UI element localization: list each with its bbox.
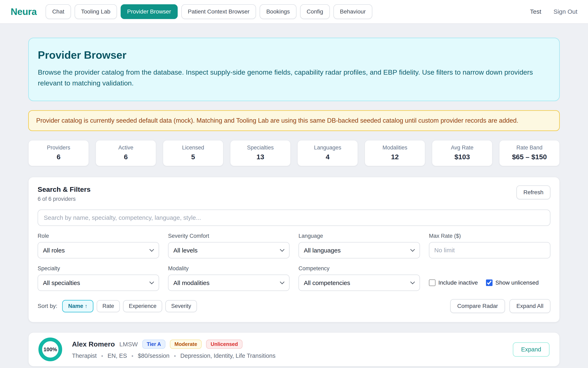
sort-rate-button[interactable]: Rate xyxy=(97,300,120,312)
severity-comfort-label: Severity Comfort xyxy=(168,233,290,239)
tier-badge: Tier A xyxy=(142,340,165,349)
filter-row-1: Role All roles Severity Comfort All leve… xyxy=(38,233,550,258)
stat-value: 5 xyxy=(165,153,220,161)
filter-modality: Modality All modalities xyxy=(168,265,290,291)
role-label: Role xyxy=(38,233,159,239)
provider-role: Therapist xyxy=(72,352,97,359)
stat-label: Providers xyxy=(31,145,86,151)
stat-label: Rate Band xyxy=(502,145,557,151)
provider-languages: EN, ES xyxy=(97,352,127,359)
sort-severity-button[interactable]: Severity xyxy=(165,300,197,312)
provider-info: Alex Romero LMSW Tier A Moderate Unlicen… xyxy=(72,340,276,359)
filter-specialty: Specialty All specialties xyxy=(38,265,159,291)
stat-licensed: Licensed 5 xyxy=(163,140,223,166)
provider-rate: $80/session xyxy=(127,352,169,359)
stat-label: Languages xyxy=(300,145,355,151)
page-content: Provider Browser Browse the provider cat… xyxy=(28,38,560,368)
tab-chat[interactable]: Chat xyxy=(46,4,71,19)
stat-label: Active xyxy=(98,145,153,151)
language-select[interactable]: All languages xyxy=(298,242,420,258)
language-label: Language xyxy=(298,233,420,239)
stat-value: $103 xyxy=(435,153,490,161)
show-unlicensed-checkbox[interactable] xyxy=(486,279,493,286)
nav-test-link[interactable]: Test xyxy=(530,8,541,15)
competency-select[interactable]: All competencies xyxy=(298,275,420,291)
match-percentage-ring: 100% xyxy=(38,338,62,361)
stat-value: 13 xyxy=(233,153,288,161)
stat-value: 6 xyxy=(31,153,86,161)
filter-row-2: Specialty All specialties Modality All m… xyxy=(38,265,550,291)
search-input[interactable] xyxy=(38,210,550,226)
sort-name-button[interactable]: Name ↑ xyxy=(62,300,93,313)
stat-value: 12 xyxy=(368,153,423,161)
top-nav: Neura Chat Tooling Lab Provider Browser … xyxy=(0,0,588,24)
max-rate-input[interactable] xyxy=(429,242,550,258)
include-inactive-toggle[interactable]: Include inactive xyxy=(429,279,478,286)
provider-card-alex-romero: 100% Alex Romero LMSW Tier A Moderate Un… xyxy=(28,332,560,367)
filters-header: Search & Filters 6 of 6 providers Refres… xyxy=(38,185,550,202)
stat-value: 6 xyxy=(98,153,153,161)
stat-specialties: Specialties 13 xyxy=(230,140,291,166)
provider-credential: LMSW xyxy=(119,341,138,348)
nav-right: Test Sign Out xyxy=(530,8,577,15)
nav-sign-out-link[interactable]: Sign Out xyxy=(553,8,577,15)
tab-tooling-lab[interactable]: Tooling Lab xyxy=(75,4,117,19)
nav-tabs: Chat Tooling Lab Provider Browser Patien… xyxy=(46,4,372,19)
include-inactive-checkbox[interactable] xyxy=(429,279,435,286)
search-filters-card: Search & Filters 6 of 6 providers Refres… xyxy=(28,177,560,322)
sort-experience-button[interactable]: Experience xyxy=(123,300,162,312)
stat-languages: Languages 4 xyxy=(297,140,358,166)
app-logo: Neura xyxy=(11,6,37,17)
provider-name: Alex Romero xyxy=(72,340,115,348)
sort-row: Sort by: Name ↑ Rate Experience Severity… xyxy=(38,299,550,313)
show-unlicensed-label: Show unlicensed xyxy=(495,279,539,286)
filter-language: Language All languages xyxy=(298,233,420,258)
tab-config[interactable]: Config xyxy=(300,4,330,19)
provider-meta: Therapist EN, ES $80/session Depression,… xyxy=(72,352,276,359)
stat-label: Modalities xyxy=(368,145,423,151)
expand-all-button[interactable]: Expand All xyxy=(509,299,550,313)
provider-specialties: Depression, Identity, Life Transitions xyxy=(169,352,276,359)
competency-label: Competency xyxy=(298,265,420,272)
stat-modalities: Modalities 12 xyxy=(365,140,425,166)
tab-behaviour[interactable]: Behaviour xyxy=(333,4,372,19)
license-badge: Unlicensed xyxy=(206,340,242,349)
stat-providers: Providers 6 xyxy=(28,140,89,166)
severity-badge: Moderate xyxy=(170,340,202,349)
filter-max-rate: Max Rate ($) xyxy=(429,233,550,258)
include-inactive-label: Include inactive xyxy=(438,279,478,286)
role-select[interactable]: All roles xyxy=(38,242,159,258)
max-rate-label: Max Rate ($) xyxy=(429,233,550,239)
specialty-select[interactable]: All specialties xyxy=(38,275,159,291)
stat-label: Licensed xyxy=(165,145,220,151)
specialty-label: Specialty xyxy=(38,265,159,272)
provider-count: 6 of 6 providers xyxy=(38,196,91,202)
tab-patient-context-browser[interactable]: Patient Context Browser xyxy=(181,4,256,19)
sort-by-label: Sort by: xyxy=(38,303,57,309)
page-title: Provider Browser xyxy=(38,49,550,61)
list-actions: Compare Radar Expand All xyxy=(450,299,550,313)
filters-title: Search & Filters xyxy=(38,185,91,193)
page-header-card: Provider Browser Browse the provider cat… xyxy=(28,38,560,101)
stat-value: $65 – $150 xyxy=(502,153,557,161)
show-unlicensed-toggle[interactable]: Show unlicensed xyxy=(486,279,539,286)
match-percentage: 100% xyxy=(44,346,57,353)
filter-toggles: Include inactive Show unlicensed xyxy=(429,275,550,291)
modality-label: Modality xyxy=(168,265,290,272)
page-description: Browse the provider catalog from the dat… xyxy=(38,67,550,88)
modality-select[interactable]: All modalities xyxy=(168,275,290,291)
stat-value: 4 xyxy=(300,153,355,161)
compare-radar-button[interactable]: Compare Radar xyxy=(450,299,505,313)
stat-rate-band: Rate Band $65 – $150 xyxy=(499,140,560,166)
filter-role: Role All roles xyxy=(38,233,159,258)
expand-provider-button[interactable]: Expand xyxy=(513,342,550,357)
refresh-button[interactable]: Refresh xyxy=(516,185,550,199)
tab-bookings[interactable]: Bookings xyxy=(260,4,296,19)
stat-label: Avg Rate xyxy=(435,145,490,151)
filter-competency: Competency All competencies xyxy=(298,265,420,291)
stat-avg-rate: Avg Rate $103 xyxy=(432,140,493,166)
tab-provider-browser[interactable]: Provider Browser xyxy=(121,4,178,19)
severity-comfort-select[interactable]: All levels xyxy=(168,242,290,258)
stats-row: Providers 6 Active 6 Licensed 5 Specialt… xyxy=(28,140,560,166)
seed-data-notice: Provider catalog is currently seeded def… xyxy=(28,110,560,131)
